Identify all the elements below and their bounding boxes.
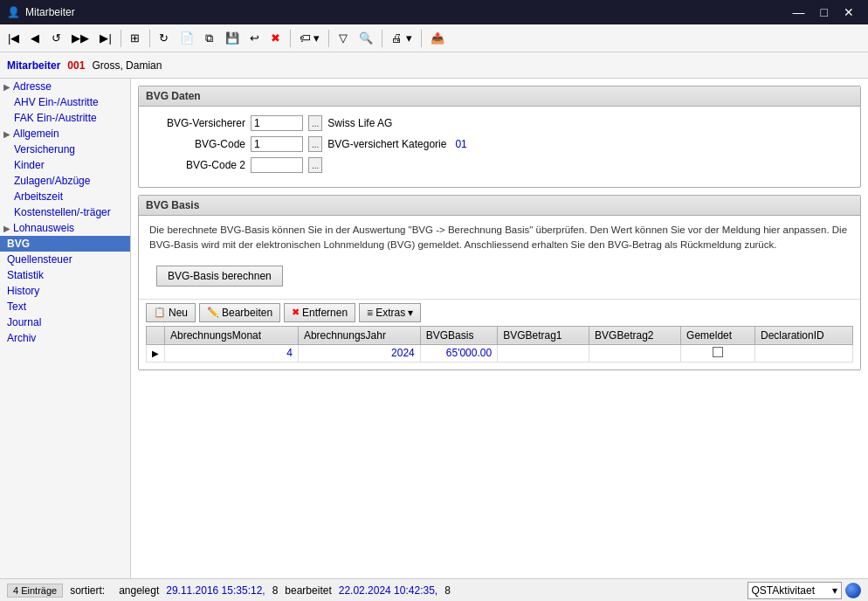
versicherer-label: BVG-Versicherer xyxy=(149,117,245,129)
sidebar-label: Lohnausweis xyxy=(13,222,74,234)
print-button[interactable]: 🖨 ▾ xyxy=(387,29,417,48)
sidebar-item-kostenstellen[interactable]: Kostenstellen/-träger xyxy=(0,204,130,220)
sidebar-label: Versicherung xyxy=(14,143,75,155)
sidebar-item-versicherung[interactable]: Versicherung xyxy=(0,142,130,157)
undo-button[interactable]: ↩ xyxy=(245,29,265,48)
col-header-empty xyxy=(147,326,165,344)
delete-button[interactable]: ✖ xyxy=(266,29,286,48)
title-bar: 👤 Mitarbeiter — □ ✕ xyxy=(0,0,868,24)
sidebar-item-zulagen[interactable]: Zulagen/Abzüge xyxy=(0,173,130,189)
extras-button[interactable]: ≡ Extras ▾ xyxy=(359,303,421,322)
sortiert-label: sortiert: xyxy=(70,584,105,597)
first-record-button[interactable]: |◀ xyxy=(3,29,24,48)
separator-5 xyxy=(382,30,382,47)
sidebar-item-history[interactable]: History xyxy=(0,283,130,299)
globe-icon[interactable] xyxy=(845,583,861,598)
table-row[interactable]: ▶ 4 2024 65'000.00 xyxy=(147,344,853,362)
calc-button-wrapper: BVG-Basis berechnen xyxy=(139,260,860,299)
dropdown-value: QSTAktivitaet xyxy=(752,584,815,597)
sidebar-item-statistik[interactable]: Statistik xyxy=(0,267,130,283)
sidebar-label: Adresse xyxy=(13,80,52,93)
sidebar-item-text[interactable]: Text xyxy=(0,299,130,314)
filter-button[interactable]: ▽ xyxy=(334,29,353,48)
kategorie-label: BVG-versichert Kategorie xyxy=(327,138,446,150)
new-row-button[interactable]: 📋 Neu xyxy=(146,303,196,322)
next-fast-button[interactable]: ▶▶ xyxy=(67,29,93,48)
last-record-button[interactable]: ▶| xyxy=(95,29,115,48)
separator-3 xyxy=(290,30,291,47)
edit-row-button[interactable]: ✏️ Bearbeiten xyxy=(199,303,280,322)
sidebar-item-journal[interactable]: Journal xyxy=(0,314,130,330)
remove-row-button[interactable]: ✖ Entfernen xyxy=(284,303,355,322)
col-header-gemeldet[interactable]: Gemeldet xyxy=(681,326,755,344)
sidebar-label: Arbeitszeit xyxy=(14,190,63,203)
sidebar-item-adresse[interactable]: ▶ Adresse xyxy=(0,79,130,94)
angelegt-label: angelegt xyxy=(119,584,159,597)
list-icon: ≡ xyxy=(367,307,373,319)
sidebar-item-ahv[interactable]: AHV Ein-/Austritte xyxy=(0,94,130,110)
table-header: AbrechnungsMonat AbrechnungsJahr BVGBasi… xyxy=(147,326,853,344)
col-header-betrag2[interactable]: BVGBetrag2 xyxy=(589,326,681,344)
close-button[interactable]: ✕ xyxy=(837,4,861,20)
bvg-basis-section: BVG Basis Die berechnete BVG-Basis könne… xyxy=(138,195,861,370)
gemeldet-checkbox[interactable] xyxy=(713,347,723,357)
mitarbeiter-value: 001 xyxy=(67,59,85,72)
main-toolbar: |◀ ◀ ↺ ▶▶ ▶| ⊞ ↻ 📄 ⧉ 💾 ↩ ✖ 🏷 ▾ ▽ 🔍 🖨 ▾ 📤 xyxy=(0,24,868,52)
back-button[interactable]: ↺ xyxy=(46,29,65,48)
refresh-button[interactable]: ↻ xyxy=(155,29,174,48)
sidebar-item-quellensteuer[interactable]: Quellensteuer xyxy=(0,252,130,267)
prev-record-button[interactable]: ◀ xyxy=(25,29,45,48)
col-header-jahr[interactable]: AbrechnungsJahr xyxy=(298,326,420,344)
extras-arrow-icon: ▾ xyxy=(408,307,413,319)
versicherer-input[interactable] xyxy=(251,115,303,131)
sidebar-item-allgemein[interactable]: ▶ Allgemein xyxy=(0,126,130,142)
sidebar-item-bvg[interactable]: BVG xyxy=(0,236,130,252)
col-header-monat[interactable]: AbrechnungsMonat xyxy=(165,326,299,344)
sidebar-item-archiv[interactable]: Archiv xyxy=(0,330,130,346)
maximize-button[interactable]: □ xyxy=(814,4,835,20)
sidebar-label: Allgemein xyxy=(13,128,59,140)
code2-dots-button[interactable]: ... xyxy=(308,157,322,173)
minimize-button[interactable]: — xyxy=(786,4,812,20)
grid-button[interactable]: ⊞ xyxy=(126,29,145,48)
code-input[interactable] xyxy=(251,136,303,152)
col-header-basis[interactable]: BVGBasis xyxy=(420,326,497,344)
new-icon: 📋 xyxy=(154,307,166,318)
bvg-basis-title: BVG Basis xyxy=(139,196,860,216)
sidebar-item-fak[interactable]: FAK Ein-/Austritte xyxy=(0,110,130,126)
sidebar-label: Kostenstellen/-träger xyxy=(14,206,111,218)
main-layout: ▶ Adresse AHV Ein-/Austritte FAK Ein-/Au… xyxy=(0,79,868,578)
tag-button[interactable]: 🏷 ▾ xyxy=(295,29,325,48)
code2-row: BVG-Code 2 ... xyxy=(149,157,850,173)
col-header-betrag1[interactable]: BVGBetrag1 xyxy=(498,326,589,344)
bvg-daten-section: BVG Daten BVG-Versicherer ... Swiss Life… xyxy=(138,86,861,188)
angelegt-num: 8 xyxy=(272,584,279,597)
arrow-icon: ▶ xyxy=(3,82,10,92)
cell-jahr: 2024 xyxy=(298,344,420,362)
search-button[interactable]: 🔍 xyxy=(355,29,377,48)
new-record-button[interactable]: 📄 xyxy=(176,29,198,48)
sidebar-item-lohnausweis[interactable]: ▶ Lohnausweis xyxy=(0,220,130,236)
export-button[interactable]: 📤 xyxy=(426,29,449,48)
col-header-declaration[interactable]: DeclarationID xyxy=(755,326,853,344)
code-dots-button[interactable]: ... xyxy=(308,136,322,152)
bearbeitet-num: 8 xyxy=(444,584,451,597)
versicherer-dots-button[interactable]: ... xyxy=(308,115,322,131)
sidebar-label: AHV Ein-/Austritte xyxy=(14,96,99,108)
copy-button[interactable]: ⧉ xyxy=(200,29,219,48)
code-label: BVG-Code xyxy=(149,138,245,150)
sidebar-item-kinder[interactable]: Kinder xyxy=(0,157,130,173)
separator-6 xyxy=(421,30,422,47)
qst-dropdown[interactable]: QSTAktivitaet ▾ xyxy=(747,582,842,599)
extras-label: Extras xyxy=(375,307,405,319)
cell-declaration xyxy=(755,344,853,362)
sidebar-label: Text xyxy=(7,300,26,313)
sidebar-label: Quellensteuer xyxy=(7,253,72,266)
sidebar-item-arbeitszeit[interactable]: Arbeitszeit xyxy=(0,189,130,204)
status-bar: 4 Einträge sortiert: angelegt 29.11.2016… xyxy=(0,578,868,601)
code2-input[interactable] xyxy=(251,157,303,173)
employee-name: Gross, Damian xyxy=(92,59,162,72)
row-indicator: ▶ xyxy=(147,344,165,362)
calc-button[interactable]: BVG-Basis berechnen xyxy=(156,266,283,287)
save-button[interactable]: 💾 xyxy=(221,29,244,48)
